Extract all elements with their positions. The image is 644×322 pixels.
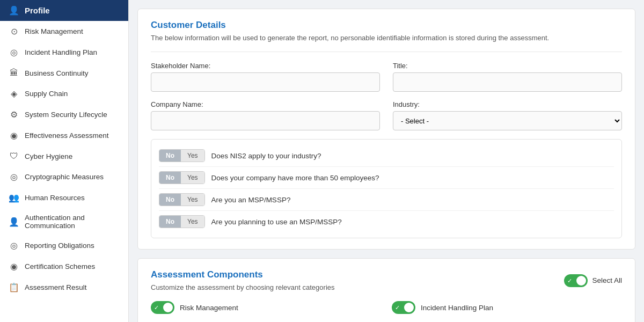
component-item-incident-plan: ✓ Incident Handling Plan: [392, 299, 622, 316]
sidebar-label-effectiveness: Effectiveness Assessment: [25, 131, 109, 140]
company-name-group: Company Name:: [151, 100, 380, 130]
component-slider-risk-mgmt: ✓: [151, 301, 174, 314]
sidebar-item-effectiveness[interactable]: ◉ Effectiveness Assessment: [0, 125, 128, 146]
select-all-row: ✓ Select All: [564, 274, 622, 287]
yes-btn-q1[interactable]: Yes: [181, 150, 204, 162]
component-label-risk-mgmt: Risk Management: [180, 304, 238, 312]
sidebar-icon-assessment-result: 📋: [9, 282, 19, 292]
question-row-q3: No Yes Are you an MSP/MSSP?: [159, 189, 614, 211]
question-row-q2: No Yes Does your company have more than …: [159, 167, 614, 189]
main-content: Customer Details The below information w…: [129, 0, 644, 322]
toggle-btn-group-q2: No Yes: [159, 171, 205, 184]
sidebar-items: ⊙ Risk Management ◎ Incident Handling Pl…: [0, 21, 128, 298]
sidebar-profile-header[interactable]: 👤 Profile: [0, 0, 128, 21]
sidebar-icon-incident-handling: ◎: [9, 47, 19, 57]
select-all-slider: ✓: [564, 274, 588, 287]
sidebar-label-cyber-hygiene: Cyber Hygiene: [25, 152, 72, 160]
component-toggle-risk-mgmt[interactable]: ✓: [151, 301, 174, 314]
toggle-questions-container: No Yes Does NIS2 apply to your industry?…: [151, 139, 622, 238]
divider: [151, 52, 622, 52]
profile-icon: 👤: [9, 5, 19, 16]
sidebar: 👤 Profile ⊙ Risk Management ◎ Incident H…: [0, 0, 129, 322]
component-toggle-incident-plan[interactable]: ✓: [392, 301, 415, 314]
assessment-header-row: Assessment Components Customize the asse…: [151, 269, 622, 291]
sidebar-item-business-continuity[interactable]: 🏛 Business Continuity: [0, 63, 128, 83]
sidebar-icon-human-resources: 👥: [9, 193, 19, 203]
sidebar-label-supply-chain: Supply Chain: [25, 90, 68, 98]
no-btn-q3[interactable]: No: [159, 194, 181, 206]
component-item-risk-mgmt: ✓ Risk Management: [151, 299, 381, 316]
sidebar-item-cryptographic[interactable]: ◎ Cryptographic Measures: [0, 166, 128, 187]
sidebar-icon-risk-management: ⊙: [9, 26, 19, 36]
component-check-risk-mgmt: ✓: [154, 304, 159, 311]
no-btn-q4[interactable]: No: [159, 216, 181, 228]
sidebar-label-human-resources: Human Resources: [25, 194, 85, 202]
sidebar-label-authentication: Authentication and Communication: [25, 214, 120, 230]
sidebar-item-authentication[interactable]: 👤 Authentication and Communication: [0, 208, 128, 235]
sidebar-icon-system-security: ⚙: [9, 109, 19, 120]
question-text-q1: Does NIS2 apply to your industry?: [211, 152, 321, 160]
stakeholder-name-input[interactable]: [151, 72, 380, 92]
sidebar-item-assessment-result[interactable]: 📋 Assessment Result: [0, 277, 128, 298]
customer-details-title: Customer Details: [151, 20, 622, 31]
sidebar-item-supply-chain[interactable]: ◈ Supply Chain: [0, 83, 128, 104]
assessment-components-title: Assessment Components: [151, 269, 335, 280]
sidebar-label-certification: Certification Schemes: [25, 262, 95, 270]
no-btn-q1[interactable]: No: [159, 150, 181, 162]
sidebar-item-cyber-hygiene[interactable]: 🛡 Cyber Hygiene: [0, 146, 128, 166]
select-all-label: Select All: [592, 276, 622, 284]
industry-label: Industry:: [393, 100, 622, 108]
sidebar-item-certification[interactable]: ◉ Certification Schemes: [0, 256, 128, 277]
sidebar-icon-cyber-hygiene: 🛡: [9, 151, 19, 161]
stakeholder-name-group: Stakeholder Name:: [151, 62, 380, 92]
component-label-incident-plan: Incident Handling Plan: [421, 304, 493, 312]
question-text-q4: Are you planning to use an MSP/MSSP?: [211, 218, 342, 226]
stakeholder-name-label: Stakeholder Name:: [151, 62, 380, 70]
component-check-incident-plan: ✓: [395, 304, 400, 311]
sidebar-icon-reporting: ◎: [9, 240, 19, 251]
sidebar-label-risk-management: Risk Management: [25, 27, 83, 35]
yes-btn-q4[interactable]: Yes: [181, 216, 204, 228]
customer-details-subtitle: The below information will be used to ge…: [151, 34, 622, 42]
select-all-check: ✓: [567, 277, 572, 284]
title-group: Title:: [393, 62, 622, 92]
sidebar-label-assessment-result: Assessment Result: [25, 283, 87, 291]
sidebar-label-business-continuity: Business Continuity: [25, 69, 89, 77]
question-text-q2: Does your company have more than 50 empl…: [211, 174, 379, 182]
no-btn-q2[interactable]: No: [159, 172, 181, 184]
sidebar-icon-cryptographic: ◎: [9, 172, 19, 182]
company-name-input[interactable]: [151, 111, 380, 130]
industry-select[interactable]: - Select - TechnologyHealthcareFinanceEn…: [393, 111, 622, 130]
sidebar-item-human-resources[interactable]: 👥 Human Resources: [0, 187, 128, 208]
component-slider-incident-plan: ✓: [392, 301, 415, 314]
title-label: Title:: [393, 62, 622, 70]
assessment-titles: Assessment Components Customize the asse…: [151, 269, 335, 291]
sidebar-item-system-security[interactable]: ⚙ System Security Lifecycle: [0, 104, 128, 125]
sidebar-label-incident-handling: Incident Handling Plan: [25, 48, 97, 56]
company-name-label: Company Name:: [151, 100, 380, 108]
sidebar-item-incident-handling[interactable]: ◎ Incident Handling Plan: [0, 42, 128, 63]
toggle-btn-group-q1: No Yes: [159, 149, 205, 162]
questions-list: No Yes Does NIS2 apply to your industry?…: [159, 145, 614, 232]
sidebar-icon-authentication: 👤: [9, 217, 19, 227]
sidebar-icon-business-continuity: 🏛: [9, 68, 19, 78]
assessment-components-card: Assessment Components Customize the asse…: [137, 258, 635, 322]
title-input[interactable]: [393, 72, 622, 92]
sidebar-profile-label: Profile: [25, 6, 50, 15]
sidebar-label-cryptographic: Cryptographic Measures: [25, 173, 104, 181]
sidebar-label-system-security: System Security Lifecycle: [25, 111, 107, 119]
sidebar-label-reporting: Reporting Obligations: [25, 241, 94, 250]
toggle-btn-group-q3: No Yes: [159, 193, 205, 206]
sidebar-icon-certification: ◉: [9, 261, 19, 272]
toggle-btn-group-q4: No Yes: [159, 215, 205, 228]
form-row-1: Stakeholder Name: Title:: [151, 62, 622, 92]
question-text-q3: Are you an MSP/MSSP?: [211, 196, 291, 204]
sidebar-item-reporting[interactable]: ◎ Reporting Obligations: [0, 235, 128, 256]
yes-btn-q2[interactable]: Yes: [181, 172, 204, 184]
sidebar-item-risk-management[interactable]: ⊙ Risk Management: [0, 21, 128, 42]
yes-btn-q3[interactable]: Yes: [181, 194, 204, 206]
components-grid: ✓ Risk Management ✓ Incident Handling Pl…: [151, 299, 622, 322]
assessment-components-subtitle: Customize the assessment by choosing rel…: [151, 283, 335, 291]
sidebar-icon-effectiveness: ◉: [9, 130, 19, 141]
select-all-toggle[interactable]: ✓: [564, 274, 588, 287]
